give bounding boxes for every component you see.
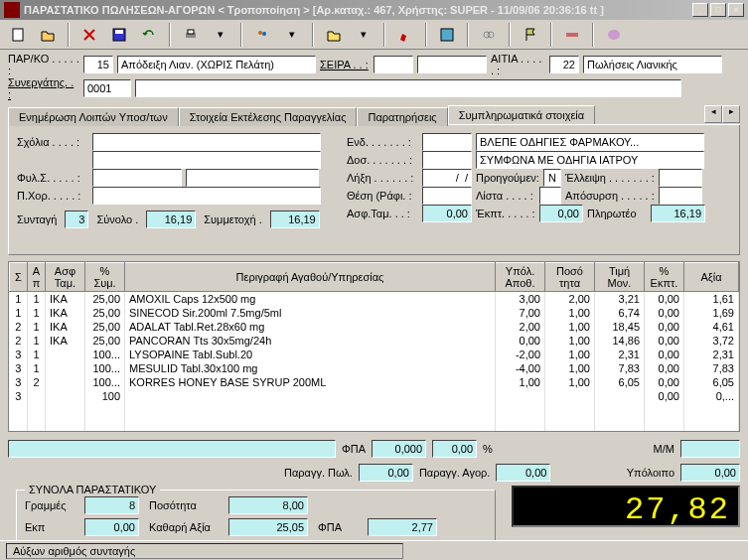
fyls-input-2[interactable] (186, 169, 319, 187)
table-row[interactable]: 31100...MESULID Tabl.30x100 mg-4,001,007… (10, 361, 739, 375)
disk-button[interactable] (433, 22, 461, 48)
col-a[interactable]: Α π (28, 263, 46, 292)
ypoloipo-input[interactable] (680, 464, 740, 482)
asftam-input[interactable] (422, 205, 472, 222)
parpol-input[interactable] (359, 464, 413, 482)
lixi-label: Λήξη . . . . . . : (347, 172, 418, 184)
dos-code-input[interactable] (422, 151, 472, 169)
mm-input[interactable] (680, 440, 740, 458)
table-row-empty[interactable] (10, 417, 739, 431)
col-axia[interactable]: Αξία (684, 263, 739, 292)
col-ekpt[interactable]: % Εκπτ. (645, 263, 684, 292)
maximize-button[interactable]: □ (710, 3, 726, 17)
paragor-input[interactable] (496, 464, 550, 482)
palette-button[interactable] (600, 22, 628, 48)
table-row[interactable]: 21IKA25,00ADALAT Tabl.Ret.28x60 mg2,001,… (10, 320, 739, 334)
col-desc[interactable]: Περιγραφή Αγαθού/Υπηρεσίας (125, 263, 496, 292)
svg-rect-7 (441, 29, 453, 41)
synolo-label: Σύνολο . (96, 213, 138, 225)
totals-title: ΣΥΝΟΛΑ ΠΑΡΑΣΤΑΤΙΚΟΥ (25, 484, 160, 495)
panel-ekpt-label: Έκπτ. . . . . : (476, 208, 535, 219)
table-row[interactable]: 32100...KORRES HONEY BASE SYRUP 200ML1,0… (10, 375, 739, 389)
aposyrsi-input[interactable] (659, 187, 702, 205)
posotita-input[interactable] (228, 496, 308, 514)
people-button[interactable] (248, 22, 276, 48)
parko-code-input[interactable] (83, 56, 113, 73)
col-ypol[interactable]: Υπόλ. Αποθ. (496, 263, 545, 292)
tab-paratiriseis[interactable]: Παρατηρήσεις (357, 107, 447, 126)
line-items-grid[interactable]: Σ Α π Ασφ Ταμ. % Συμ. Περιγραφή Αγαθού/Υ… (8, 261, 740, 432)
kathaxia-input[interactable] (228, 518, 308, 536)
grammes-input[interactable] (84, 496, 139, 514)
flag-button[interactable] (517, 22, 544, 48)
col-asf[interactable]: Ασφ Ταμ. (46, 263, 85, 292)
seira-input[interactable] (374, 56, 413, 73)
col-timi[interactable]: Τιμή Μον. (595, 263, 645, 292)
col-s[interactable]: Σ (10, 263, 28, 292)
parko-label: ΠΑΡ/ΚΟ . . . . . : (8, 53, 79, 76)
parko-desc-input[interactable] (117, 56, 316, 73)
tab-scroll-right[interactable]: ▸ (722, 105, 740, 123)
col-pct[interactable]: % Συμ. (85, 263, 125, 292)
dos-desc-input[interactable] (476, 151, 704, 169)
symmetoxi-input[interactable] (270, 210, 320, 228)
synergatis-desc-input[interactable] (135, 79, 681, 97)
lista-input[interactable] (539, 187, 561, 205)
fyls-input-1[interactable] (92, 169, 182, 187)
sxolia-input-1[interactable] (92, 133, 321, 151)
synolo-input[interactable] (146, 210, 196, 228)
tab-symplir[interactable]: Συμπληρωματικά στοιχεία (448, 105, 596, 124)
minimize-button[interactable]: _ (692, 3, 708, 17)
close-button[interactable]: × (728, 3, 744, 17)
app-icon (4, 2, 20, 18)
tab-scroll-left[interactable]: ◂ (704, 105, 722, 123)
elleipsi-input[interactable] (659, 169, 702, 187)
table-row[interactable]: 11IKA25,00AMOXIL Caps 12x500 mg3,002,003… (10, 292, 739, 307)
ekp-input[interactable] (84, 518, 139, 536)
aitia-code-input[interactable] (549, 56, 579, 73)
sxolia-input-2[interactable] (92, 151, 321, 169)
chain-button[interactable] (475, 22, 503, 48)
folder-button[interactable] (320, 22, 348, 48)
pxor-input[interactable] (92, 187, 321, 205)
kathaxia-label: Καθαρή Αξία (149, 521, 219, 533)
aitia-desc-input[interactable] (583, 56, 722, 73)
table-row[interactable]: 31000,000,... (10, 389, 739, 403)
proig-input[interactable] (543, 169, 561, 187)
totals-fpa-input[interactable] (368, 518, 437, 536)
new-button[interactable] (4, 22, 32, 48)
tool-button[interactable] (558, 22, 586, 48)
save-button[interactable] (105, 22, 133, 48)
undo-button[interactable] (135, 22, 163, 48)
fpa-mid-input[interactable] (372, 440, 426, 458)
people-dropdown[interactable]: ▾ (278, 22, 306, 48)
tab-enimerosi[interactable]: Ενημέρωση Λοιπών Υποσ/των (8, 107, 179, 126)
table-row[interactable]: 11IKA25,00SINECOD Sir.200ml 7.5mg/5ml7,0… (10, 306, 739, 320)
pliroteo-input[interactable] (651, 205, 705, 222)
col-poso[interactable]: Ποσό τητα (545, 263, 595, 292)
ekp-label: Εκπ (25, 521, 75, 533)
table-row-empty[interactable] (10, 403, 739, 417)
thesi-input[interactable] (422, 187, 472, 205)
seira-desc-input[interactable] (417, 56, 487, 73)
folder-dropdown[interactable]: ▾ (350, 22, 377, 48)
asftam-label: Ασφ.Ταμ. . . : (347, 208, 418, 219)
panel-ekpt-input[interactable] (539, 205, 583, 222)
tab-stoixeia[interactable]: Στοιχεία Εκτέλεσης Παραγγελίας (179, 107, 358, 126)
syntagi-input[interactable] (65, 210, 88, 228)
long-summary-input[interactable] (8, 440, 336, 458)
delete-button[interactable] (75, 22, 103, 48)
symmetoxi-label: Συμμετοχή . (204, 213, 261, 225)
table-row[interactable]: 31100...LYSOPAINE Tabl.Subl.20-2,001,002… (10, 348, 739, 361)
end-code-input[interactable] (422, 133, 472, 151)
end-desc-input[interactable] (476, 133, 704, 151)
print-button[interactable] (177, 22, 205, 48)
table-row[interactable]: 21IKA25,00PANCORAN Tts 30x5mg/24h0,001,0… (10, 334, 739, 348)
fpa-pct-input[interactable] (432, 440, 477, 458)
open-button[interactable] (34, 22, 62, 48)
synergatis-code-input[interactable] (83, 79, 131, 97)
elleipsi-label: Έλλειψη . . . . . . . : (565, 172, 655, 184)
lixi-input[interactable] (422, 169, 472, 187)
print-dropdown[interactable]: ▾ (207, 22, 234, 48)
edit-button[interactable] (391, 22, 419, 48)
